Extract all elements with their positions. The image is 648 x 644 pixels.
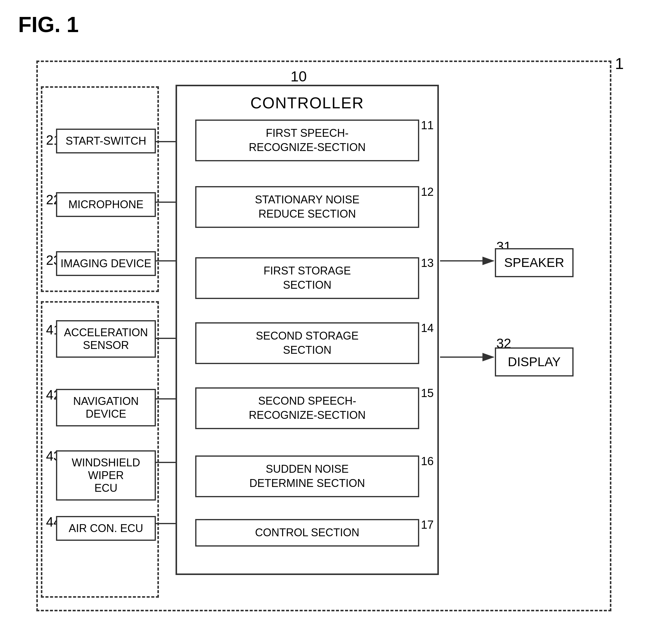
ref-14: 14 <box>421 322 434 335</box>
box-first-speech-recognize: FIRST SPEECH-RECOGNIZE-SECTION <box>195 119 419 161</box>
box-sudden-noise: SUDDEN NOISEDETERMINE SECTION <box>195 455 419 497</box>
device-imaging-device: IMAGING DEVICE <box>56 251 156 276</box>
ref-number-10: 10 <box>290 68 307 85</box>
output-display: DISPLAY <box>495 347 574 376</box>
box-control-section: CONTROL SECTION <box>195 519 419 546</box>
controller-label: CONTROLLER <box>177 94 437 112</box>
ref-11: 11 <box>421 119 434 132</box>
box-second-storage: SECOND STORAGESECTION <box>195 322 419 364</box>
device-air-con-ecu: AIR CON. ECU <box>56 516 156 541</box>
device-microphone: MICROPHONE <box>56 192 156 217</box>
box-first-storage: FIRST STORAGESECTION <box>195 257 419 299</box>
box-second-speech-recognize: SECOND SPEECH-RECOGNIZE-SECTION <box>195 387 419 429</box>
ref-13: 13 <box>421 257 434 270</box>
output-speaker: SPEAKER <box>495 248 574 277</box>
device-windshield-wiper-ecu: WINDSHIELD WIPERECU <box>56 450 156 500</box>
ref-16: 16 <box>421 455 434 468</box>
device-start-switch: START-SWITCH <box>56 128 156 153</box>
ref-17: 17 <box>421 519 434 531</box>
device-navigation-device: NAVIGATION DEVICE <box>56 389 156 426</box>
ref-15: 15 <box>421 387 434 400</box>
ref-number-1: 1 <box>615 54 624 73</box>
figure-title: FIG. 1 <box>18 12 79 37</box>
controller-box: CONTROLLER FIRST SPEECH-RECOGNIZE-SECTIO… <box>175 85 439 575</box>
box-stationary-noise: STATIONARY NOISEREDUCE SECTION <box>195 186 419 228</box>
ref-12: 12 <box>421 185 434 199</box>
device-acceleration-sensor: ACCELERATIONSENSOR <box>56 320 156 358</box>
